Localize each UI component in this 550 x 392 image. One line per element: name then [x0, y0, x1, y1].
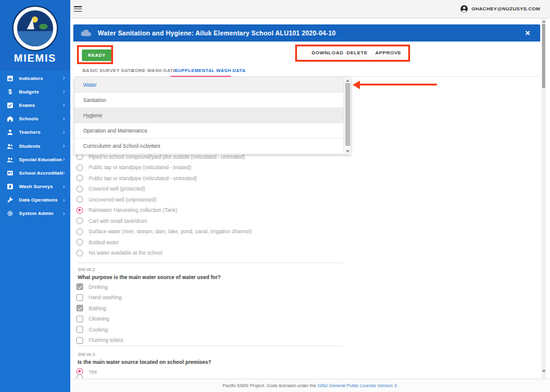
sidebar-item-label: Special Education: [19, 157, 63, 162]
dropdown-option-operation-maintenance[interactable]: Operation and Maintenance: [75, 123, 351, 139]
radio-button[interactable]: [76, 164, 83, 171]
radio-option: Uncovered well (unprotected): [76, 194, 252, 205]
chevron-right-icon: ›: [63, 184, 65, 190]
people-icon: [7, 156, 13, 163]
sidebar-item-teachers[interactable]: Teachers ›: [0, 126, 70, 139]
active-tab-underline: [170, 76, 231, 77]
tab-core-wash-data[interactable]: CORE WASH DATA: [131, 68, 177, 73]
question-code: SW.W.2: [78, 267, 95, 272]
sidebar-item-label: System Admin: [19, 211, 63, 216]
account-icon: [460, 5, 468, 13]
dropdown-option-curriculum-activities[interactable]: Curriculumn and School Activities: [75, 139, 351, 154]
radio-button[interactable]: [76, 239, 83, 245]
page-scrollbar[interactable]: [541, 18, 546, 379]
checkbox[interactable]: [76, 294, 83, 301]
question-sww2-options: Drinking Hand washing Bathing Cleaning C…: [76, 281, 123, 346]
close-icon[interactable]: ✕: [522, 28, 533, 38]
sidebar-item-exams[interactable]: Exams ›: [0, 98, 70, 112]
partially-visible-radio: [76, 374, 83, 379]
sidebar-item-system-admin[interactable]: System Admin ›: [0, 207, 70, 220]
checkbox-option: Bathing: [76, 303, 123, 314]
sidebar-item-schools[interactable]: Schools ›: [0, 112, 70, 126]
page-scrollbar-thumb[interactable]: [542, 24, 545, 88]
checkbox-label: Drinking: [89, 284, 108, 290]
checkbox[interactable]: [76, 337, 83, 344]
user-account-button[interactable]: GHACHEY@NUZUSYS.COM: [460, 5, 540, 13]
wash-icon: [7, 183, 13, 190]
sidebar-item-label: Schools: [19, 116, 63, 122]
checkbox[interactable]: [76, 316, 83, 322]
dollar-icon: $: [7, 89, 13, 95]
radio-label: No water available at the school: [89, 250, 163, 256]
tab-basic-survey-data[interactable]: BASIC SURVEY DATA: [82, 68, 134, 73]
section-dropdown: Water Sanitation Hygiene Operation and M…: [75, 78, 351, 154]
cloud-icon: [81, 29, 92, 37]
radio-option: No water available at the school: [76, 248, 252, 259]
chevron-right-icon: ›: [63, 129, 65, 136]
sidebar-item-label: Indicators: [19, 76, 63, 81]
checkbox-icon: [7, 102, 13, 109]
radio-option: Bottled water: [76, 237, 252, 248]
sidebar-item-data-operations[interactable]: Data Operations ›: [0, 194, 70, 207]
scroll-up-icon[interactable]: [346, 79, 350, 82]
sidebar-item-students[interactable]: Students ›: [0, 139, 70, 153]
radio-button[interactable]: [76, 250, 83, 256]
dropdown-scrollbar[interactable]: [343, 78, 351, 154]
checkbox[interactable]: [76, 326, 83, 333]
sidebar-item-label: Data Operations: [19, 197, 63, 203]
sidebar-item-label: School Accreditations: [19, 170, 63, 176]
radio-button[interactable]: [76, 217, 83, 224]
dropdown-scrollbar-thumb[interactable]: [345, 83, 350, 146]
sidebar-item-label: Exams: [19, 103, 63, 108]
radio-button[interactable]: [76, 374, 83, 379]
radio-option: Cart with small tank/drum: [76, 216, 252, 227]
scroll-up-icon[interactable]: [542, 20, 546, 23]
badge-icon: [7, 170, 13, 176]
annotation-box-actions: [295, 45, 410, 62]
menu-icon[interactable]: [74, 6, 82, 12]
sidebar-item-label: Wash Surveys: [19, 184, 63, 189]
tab-supplemental-wash-data[interactable]: SUPPLEMENTAL WASH DATA: [175, 68, 246, 73]
radio-button[interactable]: [76, 175, 83, 181]
chevron-right-icon: ›: [63, 211, 65, 217]
chevron-right-icon: ›: [63, 143, 65, 149]
seal-sailboat: [27, 18, 34, 29]
dropdown-option-hygiene[interactable]: Hygiene: [75, 108, 351, 123]
radio-option: Rainwater Harvesting collection (Tank): [76, 205, 252, 216]
dropdown-option-sanitation[interactable]: Sanitation: [75, 93, 351, 108]
topbar: GHACHEY@NUZUSYS.COM: [70, 0, 550, 18]
person-icon: [7, 129, 13, 136]
checkbox-label: Flushing toilets: [89, 337, 123, 343]
checkbox[interactable]: [76, 305, 83, 311]
checkbox-option: Hand washing: [76, 292, 123, 303]
scroll-down-icon[interactable]: [346, 150, 350, 153]
radio-option: Surface water (river, stream, dam, lake,…: [76, 227, 252, 238]
sidebar-nav: Indicators › $ Budgets › Exams › Schools…: [0, 71, 70, 220]
school-icon: [7, 115, 13, 122]
radio-button[interactable]: [76, 186, 83, 192]
radio-button[interactable]: [76, 207, 83, 214]
chevron-right-icon: ›: [63, 156, 65, 162]
checkbox[interactable]: [76, 283, 83, 290]
checkbox-label: Bathing: [89, 305, 106, 311]
tab-bar: BASIC SURVEY DATA CORE WASH DATA SUPPLEM…: [73, 64, 540, 77]
sidebar-item-special-education[interactable]: Special Education ›: [0, 153, 70, 166]
radio-button[interactable]: [76, 228, 83, 235]
question-water-source-options: Piped to school compound/yard plot outsi…: [76, 151, 252, 258]
sidebar-item-indicators[interactable]: Indicators ›: [0, 71, 70, 85]
question-code: SW.W.3: [78, 352, 95, 357]
sidebar-item-wash-surveys[interactable]: Wash Surveys ›: [0, 180, 70, 194]
footer-license-link[interactable]: GNU General Public License Version 3.: [318, 383, 398, 388]
divider: [78, 263, 343, 263]
sidebar-item-school-accreditations[interactable]: School Accreditations ›: [0, 166, 70, 180]
radio-label: Rainwater Harvesting collection (Tank): [89, 207, 177, 213]
radio-label: Piped to school compound/yard plot outsi…: [89, 154, 245, 160]
scroll-down-icon[interactable]: [542, 370, 546, 372]
radio-label: Yes: [89, 369, 97, 375]
checkbox-label: Cooking: [89, 327, 108, 333]
sidebar-item-label: Budgets: [19, 89, 63, 95]
radio-button[interactable]: [76, 196, 83, 203]
dropdown-option-water[interactable]: Water: [75, 78, 351, 93]
footer-text: Pacific EMIS Project. Code licensed unde…: [222, 383, 316, 388]
sidebar-item-budgets[interactable]: $ Budgets ›: [0, 85, 70, 98]
